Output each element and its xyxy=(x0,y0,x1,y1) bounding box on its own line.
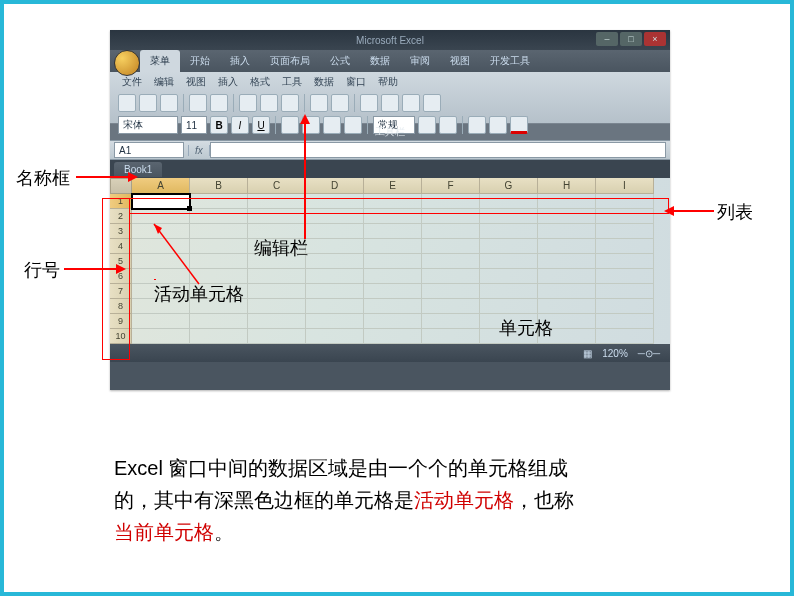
chart-icon[interactable] xyxy=(423,94,441,112)
col-header-f[interactable]: F xyxy=(422,178,480,194)
tab-layout[interactable]: 页面布局 xyxy=(260,50,320,72)
menu-file[interactable]: 文件 xyxy=(118,75,146,89)
cell[interactable] xyxy=(190,209,248,224)
cell[interactable] xyxy=(306,269,364,284)
underline-icon[interactable]: U xyxy=(252,116,270,134)
sort-desc-icon[interactable] xyxy=(381,94,399,112)
cell[interactable] xyxy=(538,299,596,314)
col-header-c[interactable]: C xyxy=(248,178,306,194)
cell[interactable] xyxy=(248,329,306,344)
view-normal-icon[interactable]: ▦ xyxy=(583,348,592,359)
col-header-e[interactable]: E xyxy=(364,178,422,194)
cell[interactable] xyxy=(248,209,306,224)
cell[interactable] xyxy=(190,314,248,329)
tab-data[interactable]: 数据 xyxy=(360,50,400,72)
minimize-button[interactable]: – xyxy=(596,32,618,46)
tab-developer[interactable]: 开发工具 xyxy=(480,50,540,72)
menu-view[interactable]: 视图 xyxy=(182,75,210,89)
merge-icon[interactable] xyxy=(344,116,362,134)
cell[interactable] xyxy=(190,329,248,344)
row-header-9[interactable]: 9 xyxy=(110,314,132,329)
cell[interactable] xyxy=(538,194,596,209)
cell[interactable] xyxy=(538,239,596,254)
cell[interactable] xyxy=(364,194,422,209)
maximize-button[interactable]: □ xyxy=(620,32,642,46)
copy-icon[interactable] xyxy=(260,94,278,112)
row-header-3[interactable]: 3 xyxy=(110,224,132,239)
col-header-h[interactable]: H xyxy=(538,178,596,194)
cell[interactable] xyxy=(596,194,654,209)
tab-menu[interactable]: 菜单 xyxy=(140,50,180,72)
cell[interactable] xyxy=(422,329,480,344)
cell[interactable] xyxy=(596,239,654,254)
cell[interactable] xyxy=(306,239,364,254)
cell[interactable] xyxy=(422,239,480,254)
cell[interactable] xyxy=(364,239,422,254)
cell[interactable] xyxy=(190,239,248,254)
tab-insert[interactable]: 插入 xyxy=(220,50,260,72)
save-icon[interactable] xyxy=(160,94,178,112)
cell-a1[interactable] xyxy=(132,194,190,209)
row-header-7[interactable]: 7 xyxy=(110,284,132,299)
borders-icon[interactable] xyxy=(468,116,486,134)
menu-data[interactable]: 数据 xyxy=(310,75,338,89)
open-icon[interactable] xyxy=(139,94,157,112)
cell[interactable] xyxy=(596,299,654,314)
cell[interactable] xyxy=(248,299,306,314)
cell[interactable] xyxy=(364,299,422,314)
cell[interactable] xyxy=(190,224,248,239)
cell[interactable] xyxy=(306,299,364,314)
tab-review[interactable]: 审阅 xyxy=(400,50,440,72)
cell[interactable] xyxy=(132,314,190,329)
tab-view[interactable]: 视图 xyxy=(440,50,480,72)
cell[interactable] xyxy=(190,194,248,209)
print-icon[interactable] xyxy=(189,94,207,112)
cell[interactable] xyxy=(480,239,538,254)
font-color-icon[interactable] xyxy=(510,116,528,134)
sort-asc-icon[interactable] xyxy=(360,94,378,112)
align-left-icon[interactable] xyxy=(281,116,299,134)
cell[interactable] xyxy=(422,194,480,209)
cell[interactable] xyxy=(538,284,596,299)
row-header-10[interactable]: 10 xyxy=(110,329,132,344)
font-size-box[interactable]: 11 xyxy=(181,116,207,134)
cell[interactable] xyxy=(596,314,654,329)
font-name-box[interactable]: 宋体 xyxy=(118,116,178,134)
cell[interactable] xyxy=(306,224,364,239)
cell[interactable] xyxy=(422,224,480,239)
cell[interactable] xyxy=(364,209,422,224)
close-button[interactable]: × xyxy=(644,32,666,46)
italic-icon[interactable]: I xyxy=(231,116,249,134)
sum-icon[interactable] xyxy=(402,94,420,112)
workbook-tab[interactable]: Book1 xyxy=(114,162,162,177)
menu-edit[interactable]: 编辑 xyxy=(150,75,178,89)
cell[interactable] xyxy=(306,284,364,299)
cell[interactable] xyxy=(306,329,364,344)
col-header-b[interactable]: B xyxy=(190,178,248,194)
currency-icon[interactable] xyxy=(418,116,436,134)
cell[interactable] xyxy=(364,314,422,329)
cell[interactable] xyxy=(480,194,538,209)
cell[interactable] xyxy=(132,329,190,344)
cell[interactable] xyxy=(306,254,364,269)
worksheet-grid[interactable]: A B C D E F G H I 1 2 3 4 5 6 xyxy=(110,178,670,344)
cell[interactable] xyxy=(364,224,422,239)
tab-formulas[interactable]: 公式 xyxy=(320,50,360,72)
cell[interactable] xyxy=(596,329,654,344)
cell[interactable] xyxy=(538,269,596,284)
formula-input[interactable] xyxy=(210,142,666,158)
cell[interactable] xyxy=(132,224,190,239)
cell[interactable] xyxy=(538,254,596,269)
zoom-slider[interactable]: ─⊙─ xyxy=(638,348,660,359)
cell[interactable] xyxy=(306,209,364,224)
cell[interactable] xyxy=(248,194,306,209)
cell[interactable] xyxy=(422,209,480,224)
row-header-8[interactable]: 8 xyxy=(110,299,132,314)
cell[interactable] xyxy=(480,209,538,224)
menu-window[interactable]: 窗口 xyxy=(342,75,370,89)
col-header-d[interactable]: D xyxy=(306,178,364,194)
cell[interactable] xyxy=(538,224,596,239)
menu-help[interactable]: 帮助 xyxy=(374,75,402,89)
paste-icon[interactable] xyxy=(281,94,299,112)
cell[interactable] xyxy=(248,269,306,284)
